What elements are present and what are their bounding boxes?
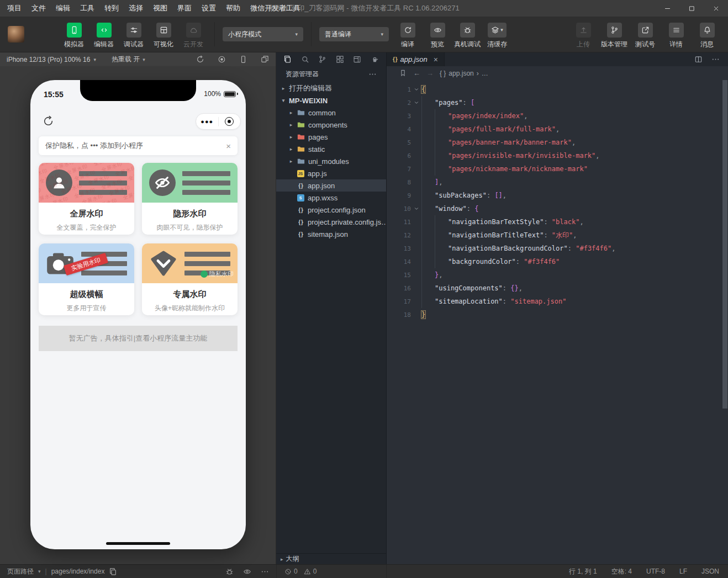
menu-item-7[interactable]: 视图 xyxy=(148,0,172,17)
card-3[interactable]: 实验用水印超级横幅更多用于宣传 xyxy=(39,243,134,315)
code-line-11[interactable]: 11"navigationBarTextStyle": "black", xyxy=(387,215,728,229)
menu-item-11[interactable]: 微信开发者工具 xyxy=(245,0,305,17)
device-selector[interactable]: iPhone 12/13 (Pro) 100% 16 xyxy=(7,56,90,63)
code-line-3[interactable]: 3"pages/index/index", xyxy=(387,109,728,123)
bookmark-icon[interactable] xyxy=(399,69,407,77)
code-line-17[interactable]: 17"sitemapLocation": "sitemap.json" xyxy=(387,295,728,308)
menu-item-8[interactable]: 界面 xyxy=(172,0,197,17)
outline-section[interactable]: ▸ 大纲 xyxy=(276,553,386,564)
more-actions-icon[interactable] xyxy=(711,55,720,63)
bug-icon[interactable] xyxy=(225,568,234,576)
messages-button[interactable]: 消息 xyxy=(694,20,720,49)
code-line-12[interactable]: 12"navigationBarTitleText": "水印", xyxy=(387,229,728,242)
tree-item-project.private.config.js[interactable]: { }project.private.config.js… xyxy=(276,216,386,228)
record-icon[interactable] xyxy=(218,55,226,63)
editor-button[interactable]: 编辑器 xyxy=(91,20,117,49)
menu-item-5[interactable]: 转到 xyxy=(99,0,124,17)
indent-setting[interactable]: 空格: 4 xyxy=(611,567,632,576)
tree-item-app.json[interactable]: { }app.json xyxy=(276,179,386,192)
compile-select[interactable]: 普通编译 ▾ xyxy=(319,27,389,41)
tree-item-uni_modules[interactable]: ▸uni_modules xyxy=(276,155,386,167)
tree-item-app.wxss[interactable]: Sapp.wxss xyxy=(276,192,386,204)
details-button[interactable]: 详情 xyxy=(663,20,689,49)
encoding[interactable]: UTF-8 xyxy=(646,568,665,575)
dots-icon[interactable] xyxy=(261,568,269,576)
minimize-button[interactable] xyxy=(655,0,679,17)
tree-item-app.js[interactable]: JSapp.js xyxy=(276,167,386,179)
simulator-button[interactable]: 模拟器 xyxy=(61,20,87,49)
code-line-7[interactable]: 7"pages/nickname-mark/nickname-mark" xyxy=(387,162,728,176)
preview-icon[interactable] xyxy=(353,55,361,63)
upload-button[interactable]: 上传 xyxy=(570,20,597,49)
menu-item-1[interactable]: 项目 xyxy=(2,0,27,17)
page-path-label[interactable]: 页面路径 xyxy=(7,567,34,576)
cloud-dev-button[interactable]: 云开发 xyxy=(180,20,207,49)
banner-close-icon[interactable]: × xyxy=(226,141,231,151)
tree-item-pages[interactable]: ▸pages xyxy=(276,131,386,143)
tab-app-json[interactable]: { } app.json × xyxy=(387,52,445,66)
branch-icon[interactable] xyxy=(318,55,326,63)
code-line-9[interactable]: 9"subPackages": [], xyxy=(387,189,728,202)
files-icon[interactable] xyxy=(283,55,292,63)
close-button[interactable] xyxy=(704,0,728,17)
code-line-2[interactable]: 2"pages": [ xyxy=(387,96,728,109)
tree-item-common[interactable]: ▸common xyxy=(276,107,386,119)
cursor-position[interactable]: 行 1, 列 1 xyxy=(569,567,597,576)
tab-close-icon[interactable]: × xyxy=(434,56,438,63)
breadcrumb-file[interactable]: { } app.json › … xyxy=(440,70,488,77)
card-1[interactable]: 全屏水印 全屏水印 全屏水印 全屏水印 全屏水印 全屏水印 全屏水印 全屏水印 … xyxy=(39,163,134,235)
visualize-button[interactable]: 可视化 xyxy=(150,20,177,49)
maximize-button[interactable] xyxy=(679,0,704,17)
menu-item-4[interactable]: 工具 xyxy=(75,0,99,17)
tree-item-sitemap.json[interactable]: { }sitemap.json xyxy=(276,228,386,240)
code-line-6[interactable]: 6"pages/invisible-mark/invisible-mark", xyxy=(387,149,728,162)
compile-button[interactable]: 编译 xyxy=(394,20,421,49)
code-line-18[interactable]: 18} xyxy=(387,308,728,321)
eye-icon[interactable] xyxy=(243,568,251,576)
copy-icon[interactable] xyxy=(109,568,117,576)
clear-cache-button[interactable]: ▾清缓存 xyxy=(484,20,510,49)
code-line-14[interactable]: 14"backgroundColor": "#f3f4f6" xyxy=(387,255,728,268)
mode-select[interactable]: 小程序模式 ▾ xyxy=(223,27,303,41)
code-line-8[interactable]: 8], xyxy=(387,176,728,189)
problems-summary[interactable]: 0 0 xyxy=(276,565,387,578)
hot-reload-toggle[interactable]: 热重载 开 ▾ xyxy=(112,55,145,64)
editor-scrollbar[interactable] xyxy=(722,80,727,409)
code-line-4[interactable]: 4"pages/full-mark/full-mark", xyxy=(387,123,728,136)
remote-debug-button[interactable]: 真机调试 xyxy=(454,20,481,49)
blocks-icon[interactable] xyxy=(336,55,344,63)
code-line-15[interactable]: 15}, xyxy=(387,268,728,282)
tree-item-[interactable]: ▸打开的编辑器 xyxy=(276,82,386,94)
tree-item-components[interactable]: ▸components xyxy=(276,119,386,131)
code-line-5[interactable]: 5"pages/banner-mark/banner-mark", xyxy=(387,136,728,149)
refresh-icon[interactable] xyxy=(43,115,54,129)
kettle-icon[interactable] xyxy=(371,55,379,63)
windows-icon[interactable] xyxy=(261,55,269,63)
language-mode[interactable]: JSON xyxy=(701,568,719,575)
menu-item-2[interactable]: 文件 xyxy=(27,0,51,17)
user-avatar[interactable] xyxy=(8,26,24,43)
card-2[interactable]: 隐形水印肉眼不可见，隐形保护 xyxy=(142,163,238,235)
more-menu-button[interactable]: ●●● xyxy=(196,118,218,125)
menu-item-3[interactable]: 编辑 xyxy=(51,0,75,17)
menu-item-6[interactable]: 选择 xyxy=(124,0,148,17)
version-control-button[interactable]: 版本管理 xyxy=(601,20,627,49)
eol[interactable]: LF xyxy=(679,568,687,575)
debugger-button[interactable]: 调试器 xyxy=(120,20,147,49)
test-account-button[interactable]: 测试号 xyxy=(632,20,658,49)
menu-item-9[interactable]: 设置 xyxy=(197,0,221,17)
menu-item-10[interactable]: 帮助 xyxy=(221,0,245,17)
tree-item-mp-weixin[interactable]: ▾MP-WEIXIN xyxy=(276,94,386,107)
back-icon[interactable]: ← xyxy=(413,69,420,77)
more-actions-icon[interactable] xyxy=(368,70,377,78)
rotate-icon[interactable] xyxy=(196,55,204,63)
search-icon[interactable] xyxy=(301,55,309,63)
preview-button[interactable]: 预览 xyxy=(424,20,451,49)
tree-item-project.config.json[interactable]: { }project.config.json xyxy=(276,204,386,216)
device-icon[interactable] xyxy=(239,55,247,63)
code-line-13[interactable]: 13"navigationBarBackgroundColor": "#f3f4… xyxy=(387,242,728,255)
exit-button[interactable] xyxy=(219,117,241,126)
split-editor-icon[interactable] xyxy=(694,55,703,63)
code-line-1[interactable]: 1{ xyxy=(387,83,728,96)
card-4[interactable]: 隐私水印专属水印头像+昵称就能制作水印 xyxy=(142,243,238,315)
